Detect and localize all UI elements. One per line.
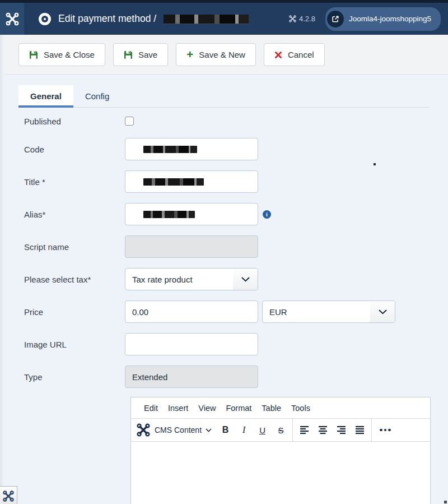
- more-toolbar-button[interactable]: [380, 421, 391, 439]
- type-value: Extended: [132, 372, 167, 382]
- redacted-text: [164, 15, 249, 24]
- screen-artifact-dot: [444, 501, 447, 503]
- currency-select-value: EUR: [263, 307, 370, 317]
- save-label: Save: [138, 50, 157, 59]
- save-button[interactable]: Save: [113, 43, 168, 66]
- save-close-button[interactable]: Save & Close: [18, 43, 105, 66]
- save-close-label: Save & Close: [44, 50, 95, 59]
- published-checkbox[interactable]: [125, 117, 134, 126]
- editor-menu-tools[interactable]: Tools: [286, 404, 315, 413]
- script-name-input: [125, 235, 258, 258]
- cancel-icon: [274, 51, 282, 59]
- price-label: Price: [24, 307, 125, 317]
- script-name-label: Script name: [24, 242, 125, 252]
- align-right-button[interactable]: [332, 421, 351, 439]
- chevron-down-icon: [206, 428, 212, 432]
- site-name-label: Joomla4-joomshopping5: [349, 15, 431, 23]
- cms-content-dropdown[interactable]: CMS Content: [150, 426, 216, 434]
- action-toolbar: Save & Close Save + Save & New Cancel: [0, 35, 448, 75]
- redacted-text: [143, 211, 195, 218]
- editor-menu-view[interactable]: View: [193, 404, 221, 413]
- cancel-label: Cancel: [288, 50, 314, 59]
- component-icon: [39, 13, 51, 25]
- save-icon: [29, 50, 38, 59]
- redacted-text: [143, 146, 197, 153]
- joomla-version: 4.2.8: [289, 15, 315, 23]
- align-left-button[interactable]: [295, 421, 314, 439]
- align-justify-button[interactable]: [351, 421, 369, 439]
- joomla-logo-icon: [137, 423, 150, 437]
- currency-select[interactable]: EUR: [262, 300, 395, 323]
- tax-select[interactable]: Tax rate product: [125, 268, 258, 290]
- price-row: Price EUR: [24, 300, 430, 323]
- tab-general[interactable]: General: [18, 85, 73, 107]
- preview-site-button[interactable]: Joomla4-joomshopping5: [325, 7, 441, 31]
- editor-menu-table[interactable]: Table: [256, 404, 286, 413]
- plus-icon: +: [186, 48, 193, 60]
- editor-toolbar: CMS Content B I U S: [131, 419, 430, 442]
- title-input[interactable]: [125, 170, 258, 193]
- save-icon: [124, 50, 133, 59]
- alias-row: Alias* i: [24, 203, 430, 225]
- title-row: Title *: [24, 170, 430, 193]
- tab-config[interactable]: Config: [73, 85, 121, 107]
- code-row: Code: [24, 138, 430, 160]
- published-row: Published: [24, 115, 430, 127]
- tax-select-value: Tax rate product: [125, 275, 233, 284]
- save-new-button[interactable]: + Save & New: [176, 43, 256, 66]
- chevron-down-icon: [233, 269, 258, 290]
- tax-label: Please select tax*: [24, 275, 125, 284]
- type-row: Type Extended: [24, 366, 430, 388]
- payment-method-form: Published Code Title * Alias* i Script n…: [18, 115, 430, 504]
- tax-row: Please select tax* Tax rate product: [24, 268, 430, 290]
- image-url-label: Image URL: [24, 340, 125, 349]
- type-label: Type: [24, 372, 125, 382]
- type-input: Extended: [125, 366, 258, 388]
- joomla-menu-tile[interactable]: [0, 3, 24, 35]
- alias-label: Alias*: [24, 210, 125, 219]
- save-new-label: Save & New: [199, 50, 245, 59]
- joomla-version-icon: [289, 15, 296, 22]
- editor-menu-format[interactable]: Format: [221, 404, 256, 413]
- ellipsis-icon: [380, 429, 391, 432]
- align-center-button[interactable]: [314, 421, 332, 439]
- image-url-row: Image URL: [24, 333, 430, 355]
- code-input[interactable]: [125, 138, 258, 160]
- title-label: Title *: [24, 177, 125, 187]
- joomla-logo-icon: [6, 12, 19, 26]
- admin-header: Edit payment method / 4.2.8 Joomla4-joom…: [0, 3, 448, 35]
- image-url-input[interactable]: [125, 333, 258, 355]
- strikethrough-button[interactable]: S: [272, 421, 290, 439]
- rich-text-editor: Edit Insert View Format Table Tools: [130, 397, 431, 504]
- editor-menu-insert[interactable]: Insert: [163, 404, 193, 413]
- published-label: Published: [24, 117, 125, 126]
- info-icon: i: [263, 210, 271, 219]
- script-name-row: Script name: [24, 235, 430, 258]
- tab-bar: General Config: [18, 85, 430, 108]
- screen-artifact-dot: [374, 163, 376, 165]
- code-label: Code: [24, 145, 125, 154]
- redacted-text: [143, 178, 204, 186]
- chevron-down-icon: [370, 301, 395, 322]
- external-link-icon: [327, 11, 344, 27]
- joomla-status-button[interactable]: [0, 486, 17, 504]
- underline-button[interactable]: U: [253, 421, 272, 439]
- alias-input[interactable]: [125, 203, 258, 225]
- editor-menubar: Edit Insert View Format Table Tools: [131, 397, 430, 419]
- bold-button[interactable]: B: [216, 421, 235, 439]
- joomla-logo-icon: [3, 491, 14, 502]
- page-title: Edit payment method /: [58, 13, 156, 25]
- version-text: 4.2.8: [299, 15, 315, 23]
- price-input[interactable]: [125, 300, 258, 323]
- editor-content-area[interactable]: [131, 442, 430, 504]
- italic-button[interactable]: I: [235, 421, 253, 439]
- cancel-button[interactable]: Cancel: [264, 43, 325, 66]
- cms-content-label: CMS Content: [155, 426, 202, 434]
- editor-menu-edit[interactable]: Edit: [139, 404, 163, 413]
